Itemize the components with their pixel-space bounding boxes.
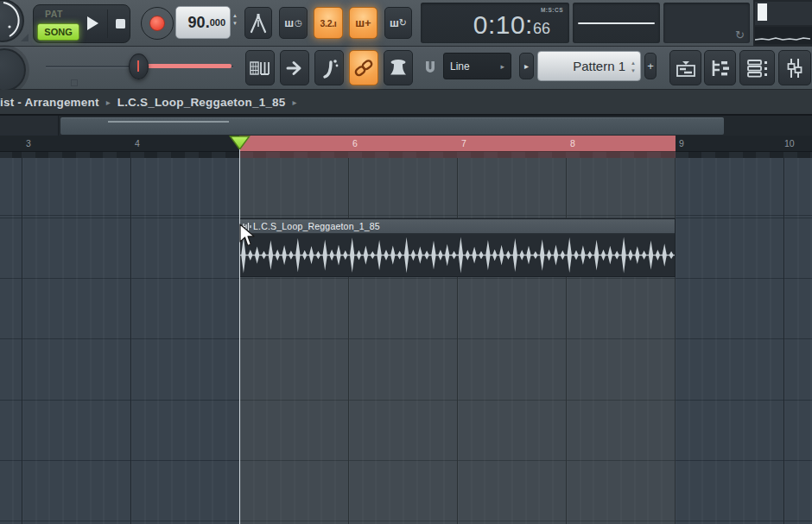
pattern-picker-button[interactable]: ▸ bbox=[519, 53, 534, 79]
prev-arrow-icon: ▸ bbox=[524, 61, 529, 71]
time-value: 0:10:66 bbox=[421, 10, 550, 40]
playlist-icon bbox=[676, 58, 696, 79]
meter-block bbox=[758, 3, 767, 21]
play-button[interactable] bbox=[87, 16, 98, 30]
channel-rack-window-button[interactable] bbox=[739, 50, 775, 85]
tempo-fraction: 000 bbox=[210, 17, 225, 28]
link-icon bbox=[353, 58, 374, 79]
step-edit-button[interactable] bbox=[280, 50, 309, 85]
metronome-icon bbox=[249, 13, 268, 34]
slider-handle-line bbox=[137, 60, 139, 72]
mixer-window-button[interactable] bbox=[778, 50, 811, 85]
oscilloscope-line bbox=[578, 22, 655, 24]
bar-number: 8 bbox=[570, 138, 575, 148]
spinner-down-icon[interactable]: ▼ bbox=[631, 68, 636, 73]
breadcrumb-arrangement[interactable]: ist - Arrangement bbox=[0, 96, 99, 109]
scrollbar-content-hint bbox=[108, 121, 229, 123]
bar-number: 4 bbox=[135, 138, 140, 148]
time-main: 0:10: bbox=[473, 10, 533, 39]
bar-number: 9 bbox=[679, 138, 684, 148]
oscilloscope-panel[interactable] bbox=[573, 3, 660, 43]
slide-button[interactable] bbox=[314, 50, 344, 85]
tempo-value: 90. bbox=[188, 14, 210, 32]
audio-clip-body[interactable] bbox=[240, 234, 675, 276]
beat-tick-strip-loop-tint bbox=[239, 151, 676, 158]
slider-fill bbox=[147, 64, 232, 68]
snap-selector[interactable]: Line ▸ bbox=[443, 53, 511, 79]
snap-value: Line bbox=[450, 60, 500, 73]
audio-clip-name: L.C.S_Loop_Reggaeton_1_85 bbox=[253, 221, 380, 231]
arrow-right-icon bbox=[285, 59, 304, 78]
loop-record-button[interactable]: ш+ bbox=[349, 7, 377, 39]
volume-meter[interactable] bbox=[755, 2, 812, 25]
breadcrumb-separator-icon: ▸ bbox=[293, 98, 297, 107]
add-pattern-button[interactable]: + bbox=[644, 53, 657, 79]
tempo-spinner[interactable]: ▲ ▼ bbox=[232, 13, 238, 26]
playlist-scrollbar bbox=[0, 116, 812, 136]
blend-icon: ш bbox=[390, 16, 399, 29]
pat-mode-button[interactable]: PAT bbox=[45, 9, 63, 19]
refresh-icon: ↻ bbox=[735, 28, 745, 41]
piano-roll-icon bbox=[710, 58, 731, 79]
timeline-ruler[interactable]: 34678910 bbox=[0, 136, 812, 158]
toolbar-row-1: PAT SONG 90. 000 ▲ ▼ ш ◷ bbox=[0, 0, 812, 47]
breadcrumb: ist - Arrangement ▸ L.C.S_Loop_Reggaeton… bbox=[0, 90, 812, 116]
wait-icon: ш bbox=[284, 16, 294, 29]
pattern-selector[interactable]: Pattern 1 ▲ ▼ bbox=[537, 51, 641, 81]
breadcrumb-separator-icon: ▸ bbox=[106, 98, 111, 107]
record-icon bbox=[149, 16, 165, 31]
pattern-value: Pattern 1 bbox=[573, 59, 625, 73]
typing-to-piano-button[interactable] bbox=[384, 50, 413, 85]
bar-number: 3 bbox=[26, 138, 31, 148]
countdown-icon: 3.2.ı bbox=[320, 18, 337, 28]
scrollbar-corner bbox=[0, 116, 59, 136]
master-pitch-knob[interactable] bbox=[0, 48, 26, 92]
playlist-window-button[interactable] bbox=[669, 50, 701, 85]
mixer-icon bbox=[784, 57, 805, 79]
playhead-line bbox=[239, 149, 240, 524]
pedestal-icon bbox=[388, 58, 409, 79]
waveform bbox=[240, 234, 675, 276]
plus-icon: + bbox=[647, 60, 654, 73]
bar-number: 10 bbox=[784, 138, 795, 148]
record-button[interactable] bbox=[141, 7, 174, 40]
pattern-spinner[interactable]: ▲ ▼ bbox=[631, 60, 636, 73]
blend-recording-button[interactable]: ш ↻ bbox=[384, 7, 412, 39]
time-centiseconds: 66 bbox=[533, 20, 550, 37]
stop-button[interactable] bbox=[116, 19, 125, 28]
wait-for-input-button[interactable]: ш ◷ bbox=[279, 7, 308, 39]
loop-record-icon: ш+ bbox=[355, 16, 371, 29]
small-grid-icon bbox=[71, 79, 78, 86]
grid-piano-icon bbox=[250, 59, 270, 78]
breadcrumb-clip-name[interactable]: L.C.S_Loop_Reggaeton_1_85 bbox=[117, 96, 286, 109]
scrollbar-thumb[interactable] bbox=[60, 117, 724, 135]
meter-panel bbox=[753, 0, 812, 46]
hint-panel: ↻ bbox=[663, 3, 750, 43]
bar-number: 6 bbox=[352, 138, 358, 148]
group-link-button[interactable] bbox=[349, 50, 378, 85]
cpu-graph bbox=[755, 27, 812, 44]
cpu-graph-line bbox=[755, 27, 810, 44]
loop-selection-region[interactable] bbox=[239, 136, 676, 151]
piano-roll-window-button[interactable] bbox=[704, 50, 736, 85]
metronome-button[interactable] bbox=[244, 7, 272, 39]
playlist-grid[interactable]: L.C.S_Loop_Reggaeton_1_85 bbox=[0, 158, 812, 524]
playhead-marker[interactable] bbox=[229, 136, 251, 150]
tempo-display[interactable]: 90. 000 bbox=[175, 6, 231, 39]
audio-clip-header[interactable]: L.C.S_Loop_Reggaeton_1_85 bbox=[240, 219, 675, 234]
dropdown-arrow-icon: ▸ bbox=[500, 62, 504, 71]
multilink-playlist-button[interactable] bbox=[245, 50, 275, 85]
spinner-down-icon[interactable]: ▼ bbox=[232, 21, 238, 26]
time-display-panel[interactable]: M:S:CS 0:10:66 bbox=[421, 3, 569, 43]
countdown-button[interactable]: 3.2.ı bbox=[314, 7, 343, 39]
divider bbox=[107, 9, 108, 38]
snap-magnet-icon[interactable] bbox=[423, 60, 437, 77]
audio-clip[interactable]: L.C.S_Loop_Reggaeton_1_85 bbox=[239, 218, 676, 277]
spinner-up-icon[interactable]: ▲ bbox=[232, 13, 238, 18]
slider-handle[interactable] bbox=[129, 54, 149, 79]
spinner-up-icon[interactable]: ▲ bbox=[631, 60, 636, 66]
channel-rack-icon bbox=[746, 58, 769, 79]
slide-icon bbox=[319, 57, 339, 79]
song-mode-button[interactable]: SONG bbox=[37, 23, 79, 41]
mouse-cursor bbox=[238, 224, 256, 248]
